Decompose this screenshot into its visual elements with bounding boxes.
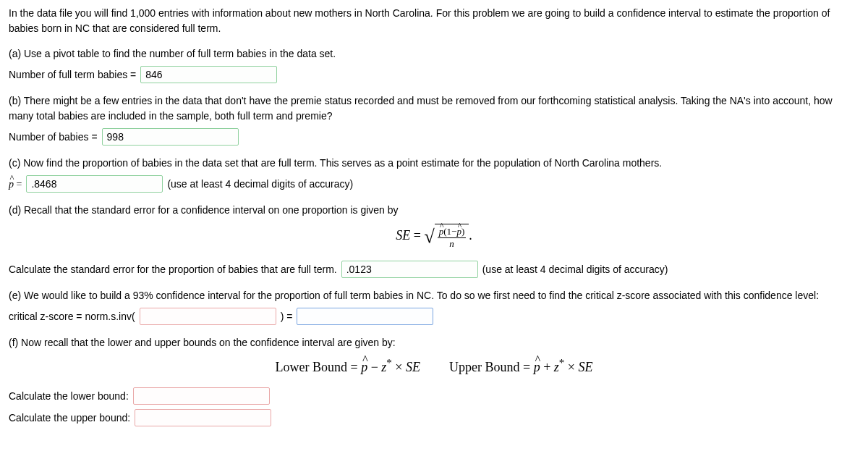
label-b: Number of babies = [9,130,98,145]
input-b[interactable] [102,128,239,146]
question-c: (c) Now find the proportion of babies in… [9,156,859,193]
intro-text: In the data file you will find 1,000 ent… [9,6,859,36]
p-hat-symbol: p = [9,177,22,192]
hint-d: (use at least 4 decimal digits of accura… [482,262,668,277]
label-e-mid: ) = [281,309,293,324]
question-a: (a) Use a pivot table to find the number… [9,46,859,83]
label-e-pre: critical z-score = norm.s.inv( [9,309,135,324]
input-c[interactable] [26,175,163,193]
input-lower[interactable] [133,387,270,405]
question-e: (e) We would like to build a 93% confide… [9,288,859,325]
se-formula: SE = √ p(1−p) n . [9,224,859,249]
question-a-text: (a) Use a pivot table to find the number… [9,46,859,62]
input-upper[interactable] [135,409,271,426]
input-a[interactable] [140,66,277,83]
question-e-text: (e) We would like to build a 93% confide… [9,288,859,303]
input-d[interactable] [341,261,478,278]
question-c-text: (c) Now find the proportion of babies in… [9,156,859,171]
question-b: (b) There might be a few entries in the … [9,93,859,146]
input-e2[interactable] [297,308,433,325]
input-e1[interactable] [140,308,276,325]
question-b-text: (b) There might be a few entries in the … [9,93,859,124]
label-upper: Calculate the upper bound: [9,410,130,426]
label-d: Calculate the standard error for the pro… [9,262,337,277]
bounds-formula: Lower Bound = p − z* × SE Upper Bound = … [9,355,859,377]
question-f: (f) Now recall that the lower and upper … [9,335,859,426]
question-f-text: (f) Now recall that the lower and upper … [9,335,859,350]
question-d-text: (d) Recall that the standard error for a… [9,203,859,218]
question-d: (d) Recall that the standard error for a… [9,203,859,278]
label-a: Number of full term babies = [9,67,136,83]
hint-c: (use at least 4 decimal digits of accura… [167,177,353,192]
label-lower: Calculate the lower bound: [9,389,129,404]
